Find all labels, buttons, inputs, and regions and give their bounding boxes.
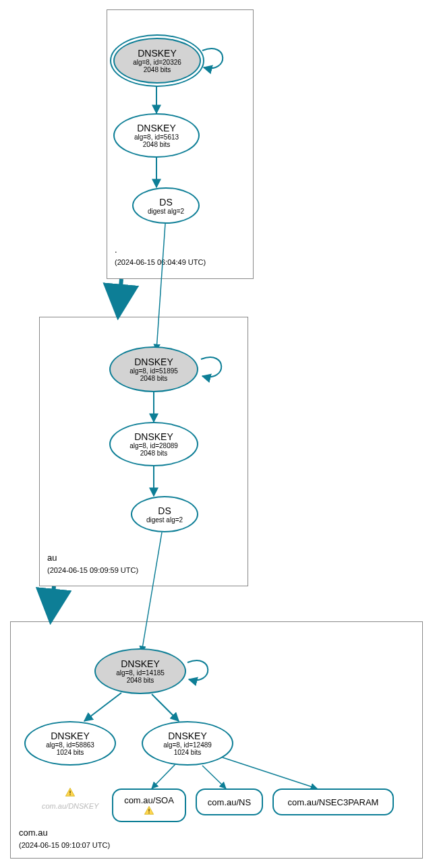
zone-root-ts: (2024-06-15 06:04:49 UTC): [115, 258, 206, 266]
node-root-zsk: DNSKEY alg=8, id=5613 2048 bits: [113, 113, 200, 158]
svg-rect-1: [148, 812, 149, 813]
node-comau-zsk2-title: DNSKEY: [168, 731, 207, 741]
node-comau-zsk1: DNSKEY alg=8, id=58863 1024 bits: [24, 721, 116, 766]
node-ns-label: com.au/NS: [208, 797, 251, 807]
node-comau-ksk-l2: 2048 bits: [127, 677, 154, 684]
node-root-ksk: DNSKEY alg=8, id=20326 2048 bits: [113, 38, 201, 84]
node-au-ds: DS digest alg=2: [131, 496, 198, 532]
node-au-ksk-l1: alg=8, id=51895: [129, 367, 178, 375]
node-au-ds-title: DS: [158, 505, 171, 516]
node-nsec3-label: com.au/NSEC3PARAM: [288, 797, 379, 807]
node-au-ksk-title: DNSKEY: [134, 356, 173, 367]
svg-rect-0: [148, 809, 149, 811]
node-au-zsk-l1: alg=8, id=28089: [129, 442, 178, 450]
node-nsec3: com.au/NSEC3PARAM: [272, 788, 394, 815]
node-au-zsk-title: DNSKEY: [134, 431, 173, 442]
node-comau-zsk1-title: DNSKEY: [51, 731, 90, 741]
svg-rect-2: [70, 790, 71, 793]
node-root-ds-title: DS: [159, 197, 172, 208]
node-comau-zsk1-l2: 1024 bits: [57, 749, 84, 756]
zone-comau-name: com.au: [19, 828, 48, 838]
node-root-zsk-l1: alg=8, id=5613: [134, 133, 179, 141]
node-au-ds-l1: digest alg=2: [146, 516, 183, 524]
node-comau-ksk-l1: alg=8, id=14185: [116, 669, 165, 677]
node-comau-ksk: DNSKEY alg=8, id=14185 2048 bits: [94, 648, 186, 694]
node-au-ksk: DNSKEY alg=8, id=51895 2048 bits: [109, 346, 198, 392]
node-root-zsk-l2: 2048 bits: [143, 141, 171, 148]
node-comau-zsk1-l1: alg=8, id=58863: [46, 741, 94, 749]
warning-icon: [65, 787, 76, 798]
node-soa: com.au/SOA: [112, 788, 186, 822]
zone-au-name: au: [47, 553, 57, 563]
node-comau-zsk2-l1: alg=8, id=12489: [163, 741, 212, 749]
zone-comau-ts: (2024-06-15 09:10:07 UTC): [19, 841, 110, 849]
node-root-ksk-title: DNSKEY: [138, 48, 177, 59]
node-root-ds-l1: digest alg=2: [148, 208, 184, 215]
zone-root-name: .: [115, 245, 117, 255]
ghost-dnskey-label: com.au/DNSKEY: [42, 802, 98, 810]
node-au-ksk-l2: 2048 bits: [140, 375, 168, 382]
svg-rect-3: [70, 795, 71, 795]
node-comau-zsk2: DNSKEY alg=8, id=12489 1024 bits: [142, 721, 233, 766]
node-au-zsk-l2: 2048 bits: [140, 450, 168, 457]
ghost-dnskey: com.au/DNSKEY: [42, 787, 98, 811]
node-comau-ksk-title: DNSKEY: [121, 658, 160, 669]
node-root-ds: DS digest alg=2: [132, 187, 200, 224]
zone-au-ts: (2024-06-15 09:09:59 UTC): [47, 566, 138, 574]
node-ns: com.au/NS: [196, 788, 263, 815]
node-root-ksk-l1: alg=8, id=20326: [133, 59, 181, 66]
node-root-ksk-l2: 2048 bits: [144, 66, 171, 73]
warning-icon: [144, 805, 154, 816]
node-au-zsk: DNSKEY alg=8, id=28089 2048 bits: [109, 422, 198, 466]
node-comau-zsk2-l2: 1024 bits: [174, 749, 202, 756]
node-soa-label: com.au/SOA: [124, 795, 174, 805]
node-root-zsk-title: DNSKEY: [137, 123, 176, 133]
